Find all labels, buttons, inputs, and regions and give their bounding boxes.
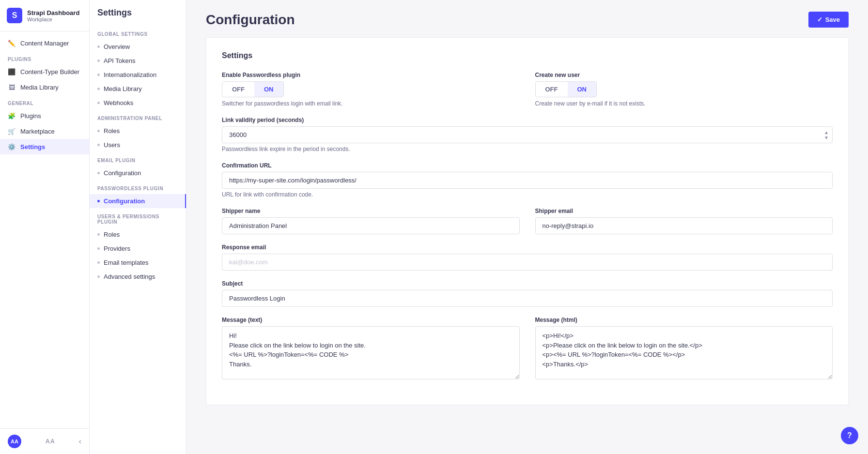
sidebar-item-content-type-builder[interactable]: ⬛ Content-Type Builder <box>0 64 89 79</box>
form-row-shipper: Shipper name Shipper email <box>222 208 833 234</box>
subject-group: Subject <box>222 280 833 307</box>
shipper-name-label: Shipper name <box>222 208 520 214</box>
pencil-icon: ✏️ <box>8 39 16 47</box>
settings-nav-webhooks[interactable]: Webhooks <box>90 96 186 110</box>
settings-nav-api-tokens[interactable]: API Tokens <box>90 54 186 68</box>
message-text-group: Message (text) <box>222 317 520 381</box>
settings-nav-roles[interactable]: Roles <box>90 124 186 138</box>
form-card-title: Settings <box>222 51 833 60</box>
form-row-messages: Message (text) Message (html) <box>222 317 833 381</box>
settings-group-passwordless: PASSWORDLESS PLUGIN <box>90 180 186 194</box>
sidebar-item-label: Marketplace <box>20 128 55 135</box>
create-new-user-label: Create new user <box>535 72 833 78</box>
response-email-input[interactable] <box>222 254 833 271</box>
response-email-label: Response email <box>222 244 833 251</box>
shipper-email-label: Shipper email <box>535 208 833 214</box>
enable-passwordless-on[interactable]: ON <box>254 82 283 97</box>
confirmation-url-group: Confirmation URL URL for link with confi… <box>222 162 833 198</box>
sidebar: S Strapi Dashboard Workplace ✏️ Content … <box>0 0 90 454</box>
message-html-group: Message (html) <box>535 317 833 381</box>
general-section-label: GENERAL <box>0 95 89 108</box>
enable-passwordless-description: Switcher for passwordless login with ema… <box>222 100 520 107</box>
create-new-user-off[interactable]: OFF <box>536 82 568 97</box>
message-text-input[interactable] <box>222 326 520 379</box>
plugins-section-label: PLUGINS <box>0 51 89 64</box>
sidebar-item-label: Media Library <box>20 84 59 91</box>
spinner-down[interactable]: ▼ <box>824 135 829 140</box>
enable-passwordless-label: Enable Passwordless plugin <box>222 72 520 78</box>
settings-sidebar: Settings GLOBAL SETTINGS Overview API To… <box>90 0 186 454</box>
create-new-user-on[interactable]: ON <box>568 82 597 97</box>
save-button[interactable]: ✓ Save <box>808 12 849 28</box>
settings-nav-email-templates[interactable]: Email templates <box>90 256 186 270</box>
settings-group-users-permissions: USERS & PERMISSIONS PLUGIN <box>90 208 186 227</box>
image-icon: 🖼 <box>8 83 16 91</box>
enable-passwordless-off[interactable]: OFF <box>222 82 254 97</box>
form-row-toggles: Enable Passwordless plugin OFF ON Switch… <box>222 72 833 107</box>
subject-input[interactable] <box>222 290 833 307</box>
response-email-group: Response email <box>222 244 833 271</box>
shipper-name-input[interactable] <box>222 217 520 234</box>
message-html-input[interactable] <box>535 326 833 379</box>
link-validity-input[interactable] <box>222 126 833 143</box>
settings-nav-overview[interactable]: Overview <box>90 40 186 54</box>
settings-sidebar-title: Settings <box>90 8 186 26</box>
page-title: Configuration <box>206 12 295 28</box>
page-header: Configuration ✓ Save <box>186 0 868 37</box>
message-text-label: Message (text) <box>222 317 520 323</box>
settings-group-global: GLOBAL SETTINGS <box>90 26 186 40</box>
link-validity-description: Passwordless link expire in the period i… <box>222 146 833 152</box>
settings-nav-passwordless-config[interactable]: Configuration <box>90 194 186 208</box>
app-name: Strapi Dashboard <box>27 9 79 16</box>
settings-nav-internationalization[interactable]: Internationalization <box>90 68 186 82</box>
settings-nav-media-library[interactable]: Media Library <box>90 82 186 96</box>
collapse-icon[interactable]: ‹ <box>79 437 81 446</box>
enable-passwordless-group: Enable Passwordless plugin OFF ON Switch… <box>222 72 520 107</box>
sidebar-item-settings[interactable]: ⚙️ Settings <box>0 139 89 154</box>
app-logo: S <box>7 8 22 23</box>
sidebar-item-label: Content Manager <box>20 40 69 47</box>
link-validity-input-wrapper: ▲ ▼ <box>222 126 833 143</box>
main-content-area: Settings GLOBAL SETTINGS Overview API To… <box>90 0 868 454</box>
avatar[interactable]: AA <box>8 435 21 448</box>
shipper-name-group: Shipper name <box>222 208 520 234</box>
app-workspace: Workplace <box>27 16 79 22</box>
settings-group-email: EMAIL PLUGIN <box>90 152 186 166</box>
link-validity-label: Link validity period (seconds) <box>222 117 833 123</box>
form-card: Settings Enable Passwordless plugin OFF … <box>206 37 849 405</box>
font-size-label[interactable]: A A <box>46 438 54 445</box>
cart-icon: 🛒 <box>8 127 16 135</box>
number-spinner: ▲ ▼ <box>824 130 829 140</box>
sidebar-item-media-library[interactable]: 🖼 Media Library <box>0 79 89 95</box>
sidebar-item-marketplace[interactable]: 🛒 Marketplace <box>0 123 89 139</box>
settings-nav-email-config[interactable]: Configuration <box>90 166 186 180</box>
enable-passwordless-toggle[interactable]: OFF ON <box>222 81 284 97</box>
settings-nav-providers[interactable]: Providers <box>90 242 186 256</box>
sidebar-footer: AA A A ‹ <box>0 428 89 454</box>
sidebar-item-content-manager[interactable]: ✏️ Content Manager <box>0 35 89 51</box>
subject-label: Subject <box>222 280 833 287</box>
sidebar-item-label: Settings <box>20 143 45 151</box>
confirmation-url-label: Confirmation URL <box>222 162 833 169</box>
settings-nav-advanced-settings[interactable]: Advanced settings <box>90 270 186 284</box>
sidebar-item-label: Plugins <box>20 112 41 120</box>
create-new-user-group: Create new user OFF ON Create new user b… <box>535 72 833 107</box>
gear-icon: ⚙️ <box>8 143 16 151</box>
shipper-email-input[interactable] <box>535 217 833 234</box>
page-content: Configuration ✓ Save Settings Enable Pas… <box>186 0 868 454</box>
shipper-email-group: Shipper email <box>535 208 833 234</box>
spinner-up[interactable]: ▲ <box>824 130 829 135</box>
sidebar-item-label: Content-Type Builder <box>20 68 79 76</box>
puzzle-icon: 🧩 <box>8 112 16 120</box>
layers-icon: ⬛ <box>8 68 16 76</box>
settings-group-admin: ADMINISTRATION PANEL <box>90 110 186 124</box>
confirmation-url-description: URL for link with confirmation code. <box>222 191 833 198</box>
confirmation-url-input[interactable] <box>222 172 833 189</box>
link-validity-group: Link validity period (seconds) ▲ ▼ Passw… <box>222 117 833 152</box>
sidebar-item-plugins[interactable]: 🧩 Plugins <box>0 108 89 123</box>
message-html-label: Message (html) <box>535 317 833 323</box>
help-button[interactable]: ? <box>841 427 858 444</box>
settings-nav-up-roles[interactable]: Roles <box>90 227 186 242</box>
create-new-user-toggle[interactable]: OFF ON <box>535 81 597 97</box>
settings-nav-users[interactable]: Users <box>90 138 186 152</box>
